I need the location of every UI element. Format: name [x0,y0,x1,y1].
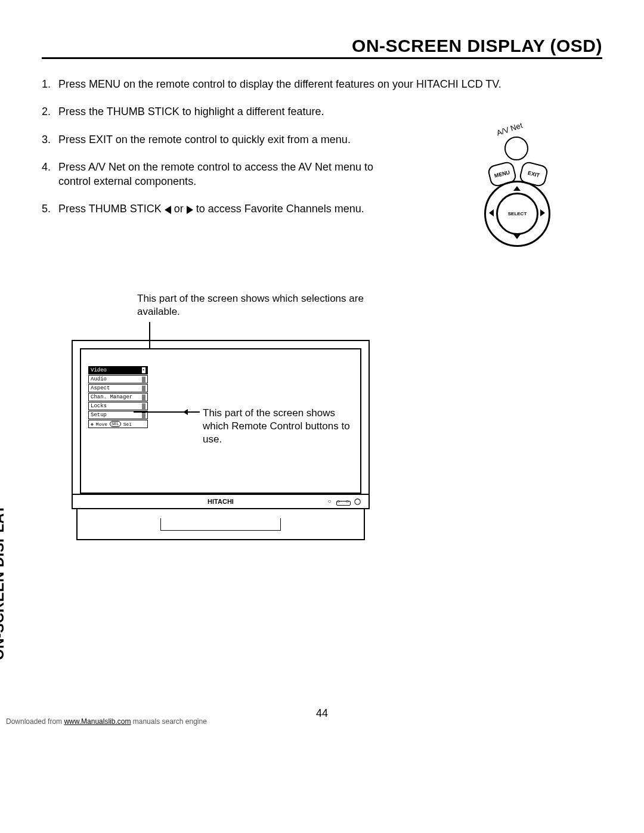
page-title: ON-SCREEN DISPLAY (OSD) [42,36,602,56]
menu-hint: ✥ Move SEL Sel [88,420,148,428]
arrow-left-icon [188,411,200,413]
left-arrow-icon [165,206,171,214]
callout-right: This part of the screen shows which Remo… [203,407,358,446]
left-arrow-icon [489,209,494,216]
download-footer: Downloaded from www.Manualslib.com manua… [6,717,207,726]
down-arrow-icon [513,234,521,239]
page-header: ON-SCREEN DISPLAY (OSD) [42,36,602,59]
avnet-button-icon [504,137,528,160]
thumbstick-select-icon: SELECT [496,193,538,235]
osd-menu: Video▸ Audio Aspect Chan. Manager Locks … [88,366,148,428]
section-tab: ON-SCREEN DISPLAY [0,504,7,660]
stick-icon: ✥ [91,422,94,427]
step-2: 2.Press the THUMB STICK to highlight a d… [42,104,602,119]
brand-label: HITACHI [208,498,234,505]
right-arrow-icon [540,209,545,216]
menu-item-audio: Audio [88,375,148,383]
tv-chin: HITACHI ○ ○ ○ ◯ [72,495,370,509]
ir-slot-icon [336,501,351,506]
step-1: 1.Press MENU on the remote control to di… [42,77,602,91]
menu-item-chan: Chan. Manager [88,393,148,401]
avnet-label: A/V Net [496,120,524,137]
callout-top: This part of the screen shows which sele… [137,292,405,318]
menu-item-locks: Locks [88,402,148,410]
menu-item-aspect: Aspect [88,384,148,392]
manualslib-link[interactable]: www.Manualslib.com [64,717,131,726]
sel-icon: SEL [110,421,121,427]
up-arrow-icon [513,186,521,191]
right-arrow-icon [187,206,193,214]
menu-item-video: Video▸ [88,366,148,374]
remote-diagram: A/V Net MENU EXIT SELECT [483,122,590,241]
tv-stand [76,509,365,540]
